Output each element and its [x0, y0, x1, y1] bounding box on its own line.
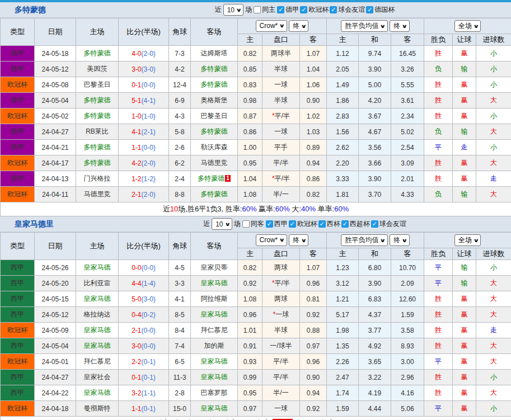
away-team[interactable]: 皇家马德 — [191, 354, 238, 370]
home-odds: 0.96 — [238, 307, 262, 323]
league-filter[interactable]: ✓德国杯 — [366, 5, 395, 15]
avg-stage-select[interactable]: 终∨ — [390, 234, 409, 246]
home-team[interactable]: 皇家马德 — [76, 338, 119, 354]
avg-odds-select[interactable]: 胜平负均值∨ — [341, 234, 387, 246]
odds-stage-select[interactable]: 终∨ — [289, 20, 308, 32]
checkbox-icon[interactable]: ✓ — [318, 220, 326, 228]
away-team[interactable]: 皇家贝蒂 — [191, 260, 238, 276]
away-team[interactable]: 拜仁慕尼 — [191, 323, 238, 338]
away-team[interactable]: 皇家马德 — [191, 307, 238, 323]
recent-count-select[interactable]: 10∨ — [223, 4, 244, 16]
away-team[interactable]: 阿拉维斯 — [191, 291, 238, 307]
away-odds: 0.92 — [300, 307, 327, 323]
away-team[interactable]: 多特蒙德1 — [191, 171, 238, 187]
home-team[interactable]: 格拉纳达 — [76, 307, 119, 323]
recent-count-select[interactable]: 10∨ — [212, 218, 232, 230]
home-team[interactable]: 多特蒙德 — [76, 140, 119, 155]
col-avg-home: 主 — [327, 248, 359, 260]
same-venue-filter[interactable]: 同客 — [242, 219, 264, 229]
away-team[interactable]: 达姆斯塔 — [191, 46, 238, 62]
checkbox-icon[interactable] — [242, 220, 250, 228]
home-team[interactable]: RB莱比 — [76, 124, 119, 140]
avg-draw-odds: 6.80 — [359, 260, 391, 276]
handicap-line: 平手 — [262, 140, 300, 155]
home-team[interactable]: 多特蒙德 — [76, 108, 119, 124]
away-team[interactable]: 加的斯 — [191, 338, 238, 354]
league-filter[interactable]: ✓德甲 — [277, 5, 299, 15]
home-team[interactable]: 马德里竞 — [76, 187, 119, 202]
avg-lose-odds: 5.55 — [391, 77, 424, 93]
home-team[interactable]: 多特蒙德 — [76, 155, 119, 171]
away-team[interactable]: 皇家马德 — [191, 401, 238, 417]
league-badge: 西甲 — [1, 385, 35, 401]
avg-odds-select[interactable]: 胜平负均值∨ — [341, 20, 387, 32]
checkbox-icon[interactable]: ✓ — [341, 220, 349, 228]
away-team[interactable]: 巴黎圣日 — [191, 108, 238, 124]
checkbox-icon[interactable] — [254, 6, 261, 13]
league-filter[interactable]: ✓欧冠杯 — [289, 219, 317, 229]
same-venue-filter[interactable]: 同主 — [254, 5, 275, 15]
checkbox-icon[interactable]: ✓ — [277, 6, 284, 13]
away-team[interactable]: 皇家马德 — [191, 276, 238, 291]
home-team[interactable]: 拜仁慕尼 — [76, 354, 119, 370]
checkbox-icon[interactable]: ✓ — [366, 6, 373, 13]
away-team[interactable]: 巴塞罗那 — [191, 385, 238, 401]
home-team[interactable]: 曼彻斯特 — [76, 401, 119, 417]
match-row: 德甲24-05-12美因茨3-0(3-0)4-2多特蒙德0.85半球1.042.… — [1, 62, 511, 77]
away-team[interactable]: 多特蒙德 — [191, 124, 238, 140]
scope-select[interactable]: 全场∨ — [454, 20, 481, 32]
checkbox-icon[interactable]: ✓ — [300, 6, 307, 13]
scope-select[interactable]: 全场∨ — [454, 234, 481, 246]
recent-label: 近 — [215, 5, 222, 15]
league-filter[interactable]: ✓球会友谊 — [330, 5, 365, 15]
home-team[interactable]: 多特蒙德 — [76, 46, 119, 62]
col-wdl: 胜负 — [424, 34, 453, 46]
avg-stage-select[interactable]: 终∨ — [390, 20, 409, 32]
league-badge: 欧冠杯 — [1, 108, 35, 124]
home-team[interactable]: 皇家马德 — [76, 385, 119, 401]
home-team[interactable]: 皇家马德 — [76, 323, 119, 338]
away-team[interactable]: 奥格斯堡 — [191, 93, 238, 108]
home-team[interactable]: 门兴格拉 — [76, 171, 119, 187]
chevron-down-icon: ∨ — [402, 23, 408, 29]
odds-stage-select[interactable]: 终∨ — [289, 234, 308, 246]
match-row: 德甲24-05-04多特蒙德5-1(4-1)6-9奥格斯堡0.98半球0.901… — [1, 93, 511, 108]
matches-table: 类型 日期 主场 比分(半场) 角球 客场 Crow*∨ 终∨ 胜平负均值∨ 终… — [0, 18, 511, 216]
checkbox-icon[interactable]: ✓ — [266, 220, 273, 228]
checkbox-icon[interactable]: ✓ — [289, 220, 296, 228]
home-team[interactable]: 皇家马德 — [76, 291, 119, 307]
home-team[interactable]: 多特蒙德 — [76, 93, 119, 108]
checkbox-icon[interactable]: ✓ — [330, 6, 337, 13]
avg-draw-odds: 4.67 — [359, 124, 391, 140]
away-odds: 0.96 — [300, 276, 327, 291]
home-team[interactable]: 比利亚雷 — [76, 276, 119, 291]
win-draw-loss-result: 负 — [424, 124, 453, 140]
home-team[interactable]: 皇家社会 — [76, 370, 119, 385]
league-filter[interactable]: ✓西甲 — [266, 219, 288, 229]
home-team[interactable]: 美因茨 — [76, 62, 119, 77]
avg-draw-odds: 9.74 — [359, 46, 391, 62]
away-team[interactable]: 多特蒙德 — [191, 187, 238, 202]
win-draw-loss-result: 平 — [424, 354, 453, 370]
checkbox-icon[interactable]: ✓ — [371, 220, 378, 228]
away-team[interactable]: 勒沃库森 — [191, 140, 238, 155]
away-team[interactable]: 多特蒙德 — [191, 77, 238, 93]
away-team[interactable]: 马德里竞 — [191, 155, 238, 171]
avg-win-odds: 3.12 — [327, 276, 359, 291]
chevron-down-icon: ∨ — [380, 23, 386, 29]
home-odds: 0.91 — [238, 338, 262, 354]
bookmaker-select[interactable]: Crow*∨ — [256, 234, 287, 246]
goals-result: 大 — [476, 338, 511, 354]
handicap-line: *平/半 — [262, 108, 300, 124]
home-team[interactable]: 皇家马德 — [76, 260, 119, 276]
home-team[interactable]: 巴黎圣日 — [76, 77, 119, 93]
away-team[interactable]: 多特蒙德 — [191, 62, 238, 77]
away-team[interactable]: 皇家马德 — [191, 370, 238, 385]
league-filter[interactable]: ✓西超杯 — [341, 219, 370, 229]
league-filter[interactable]: ✓球会友谊 — [371, 219, 406, 229]
avg-lose-odds: 5.06 — [391, 401, 424, 417]
league-filter[interactable]: ✓欧冠杯 — [300, 5, 329, 15]
bookmaker-select[interactable]: Crow*∨ — [256, 20, 287, 32]
avg-draw-odds: 6.83 — [359, 291, 391, 307]
league-filter[interactable]: ✓西杯 — [318, 219, 340, 229]
